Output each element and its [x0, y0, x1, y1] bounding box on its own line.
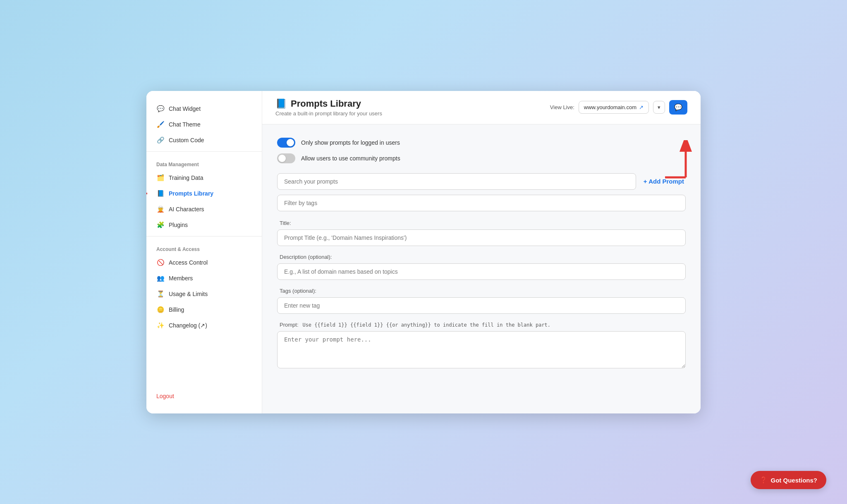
logout-button[interactable]: Logout	[146, 389, 262, 404]
main-content: 📘 Prompts Library Create a built-in prom…	[262, 91, 701, 413]
domain-text: www.yourdomain.com	[584, 104, 636, 110]
sidebar-label-members: Members	[169, 275, 193, 282]
sidebar-label-access-control: Access Control	[169, 259, 208, 266]
toggle-community[interactable]	[277, 153, 295, 163]
plugins-icon: 🧩	[156, 221, 165, 229]
sidebar-divider-1	[146, 151, 262, 152]
sidebar-item-plugins[interactable]: 🧩 Plugins	[146, 217, 262, 233]
custom-code-icon: 🔗	[156, 136, 165, 144]
got-questions-button[interactable]: ❓ Got Questions?	[751, 471, 827, 489]
sidebar-label-training-data: Training Data	[169, 174, 203, 181]
toggle-logged-in[interactable]	[277, 138, 295, 148]
sidebar-label-plugins: Plugins	[169, 222, 188, 228]
prompt-section: Prompt: Use {{field 1}} {{field 1}} {{or…	[277, 321, 686, 370]
sidebar-item-chat-theme[interactable]: 🖌️ Chat Theme	[146, 117, 262, 132]
sidebar-item-access-control[interactable]: 🚫 Access Control	[146, 255, 262, 270]
sidebar-item-usage-limits[interactable]: ⏳ Usage & Limits	[146, 286, 262, 302]
sidebar-item-custom-code[interactable]: 🔗 Custom Code	[146, 132, 262, 148]
form-area: + Add Prompt	[277, 173, 686, 370]
header-right: View Live: www.yourdomain.com ↗ ▾ 💬	[550, 100, 687, 115]
add-prompt-button[interactable]: + Add Prompt	[642, 174, 686, 188]
description-label: Description (optional):	[277, 253, 686, 260]
sidebar: 💬 Chat Widget 🖌️ Chat Theme 🔗 Custom Cod…	[146, 91, 262, 413]
sidebar-item-ai-characters[interactable]: 🧝 AI Characters	[146, 201, 262, 217]
external-link-icon: ↗	[639, 104, 644, 110]
view-live-label: View Live:	[550, 104, 574, 110]
description-section: Description (optional):	[277, 253, 686, 280]
prompt-hint: Use {{field 1}} {{field 1}} {{or anythin…	[302, 322, 550, 328]
chat-widget-icon: 💬	[156, 105, 165, 112]
page-title-text: Prompts Library	[291, 98, 361, 109]
sidebar-label-chat-widget: Chat Widget	[169, 105, 201, 112]
sidebar-item-training-data[interactable]: 🗂️ Training Data	[146, 170, 262, 186]
sidebar-divider-2	[146, 236, 262, 236]
toggle-logged-in-slider	[277, 138, 295, 148]
toggle-row-community: Allow users to use community prompts	[277, 153, 686, 163]
page-title: 📘 Prompts Library	[275, 98, 382, 109]
sidebar-label-changelog: Changelog (↗)	[169, 322, 207, 329]
members-icon: 👥	[156, 275, 165, 282]
domain-input-wrap[interactable]: www.yourdomain.com ↗	[579, 101, 649, 114]
dropdown-button[interactable]: ▾	[653, 101, 665, 114]
sidebar-item-members[interactable]: 👥 Members	[146, 270, 262, 286]
chat-icon-button[interactable]: 💬	[669, 100, 687, 115]
sidebar-label-billing: Billing	[169, 306, 184, 313]
content-area: Only show prompts for logged in users Al…	[262, 124, 701, 413]
toggle-community-slider	[277, 153, 295, 163]
toggle-row-logged-in: Only show prompts for logged in users	[277, 138, 686, 148]
title-input[interactable]	[277, 229, 686, 246]
arrow-annotation-sidebar	[146, 187, 151, 200]
got-questions-label: Got Questions?	[771, 477, 818, 484]
sidebar-item-prompts-library[interactable]: 📘 Prompts Library	[146, 186, 262, 201]
access-control-icon: 🚫	[156, 259, 165, 266]
prompt-label: Prompt: Use {{field 1}} {{field 1}} {{or…	[277, 321, 686, 328]
header-left: 📘 Prompts Library Create a built-in prom…	[275, 98, 382, 117]
sidebar-item-chat-widget[interactable]: 💬 Chat Widget	[146, 101, 262, 117]
prompt-textarea[interactable]	[277, 331, 686, 368]
section-data-management: Data Management	[146, 155, 262, 170]
sidebar-label-custom-code: Custom Code	[169, 137, 204, 143]
search-input[interactable]	[277, 173, 636, 190]
toggle-logged-in-label: Only show prompts for logged in users	[301, 139, 400, 146]
sidebar-label-chat-theme: Chat Theme	[169, 121, 201, 128]
tags-label: Tags (optional):	[277, 287, 686, 294]
sidebar-label-ai-characters: AI Characters	[169, 206, 204, 213]
page-title-icon: 📘	[275, 98, 287, 109]
sidebar-item-changelog[interactable]: ✨ Changelog (↗)	[146, 318, 262, 333]
section-account-access: Account & Access	[146, 240, 262, 255]
sidebar-label-usage-limits: Usage & Limits	[169, 291, 208, 297]
billing-icon: 🪙	[156, 306, 165, 313]
prompts-library-icon: 📘	[156, 190, 165, 197]
chat-theme-icon: 🖌️	[156, 121, 165, 128]
sidebar-label-prompts-library: Prompts Library	[169, 190, 213, 197]
training-data-icon: 🗂️	[156, 174, 165, 182]
tags-input[interactable]	[277, 297, 686, 314]
changelog-icon: ✨	[156, 322, 165, 329]
toggle-community-label: Allow users to use community prompts	[301, 155, 400, 162]
tags-section: Tags (optional):	[277, 287, 686, 314]
chat-button-icon: 💬	[674, 103, 682, 111]
usage-limits-icon: ⏳	[156, 290, 165, 298]
title-label: Title:	[277, 220, 686, 226]
sidebar-item-billing[interactable]: 🪙 Billing	[146, 302, 262, 318]
page-subtitle: Create a built-in prompt library for you…	[275, 110, 382, 117]
description-input[interactable]	[277, 263, 686, 280]
search-add-row: + Add Prompt	[277, 173, 686, 190]
main-header: 📘 Prompts Library Create a built-in prom…	[262, 91, 701, 124]
title-section: Title:	[277, 220, 686, 246]
filter-tags-input[interactable]	[277, 195, 686, 211]
got-questions-icon: ❓	[760, 476, 768, 484]
ai-characters-icon: 🧝	[156, 205, 165, 213]
